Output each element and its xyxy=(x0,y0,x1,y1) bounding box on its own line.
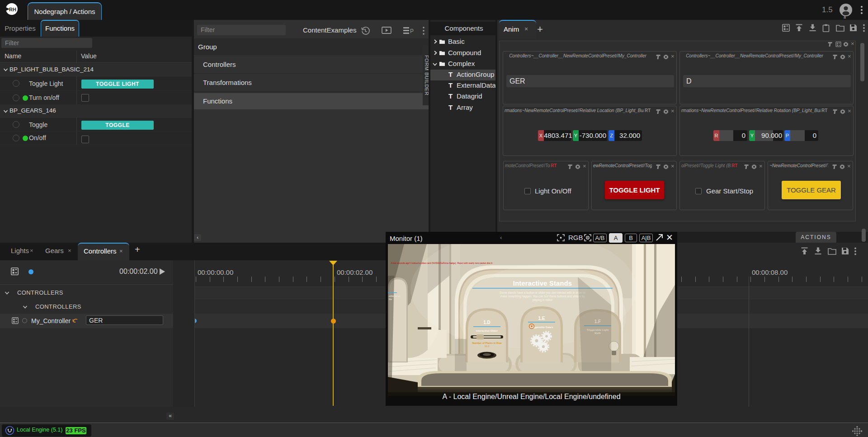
svg-text:1.D: 1.D xyxy=(483,320,491,325)
svg-text:editor to yo: editor to yo xyxy=(389,295,400,297)
svg-text:make something happen. You can: make something happen. You can test thes… xyxy=(500,295,585,298)
svg-text:1.E: 1.E xyxy=(538,316,545,321)
svg-text:Interactive Slider: Interactive Slider xyxy=(476,329,498,332)
svg-text:P: P xyxy=(410,28,414,34)
svg-text:A few seconds ago! I noticed a: A few seconds ago! I noticed a video car… xyxy=(391,262,493,264)
svg-text:RH: RH xyxy=(9,7,16,12)
svg-text:Some stands have a button or s: Some stands have a button or slider you … xyxy=(500,291,586,295)
svg-text:Interactive Stands: Interactive Stands xyxy=(513,280,572,287)
svg-text:playing in editor: playing in editor xyxy=(533,298,552,302)
svg-text:the: the xyxy=(389,298,392,301)
svg-text:Number of Plants in Row: Number of Plants in Row xyxy=(472,342,502,344)
svg-text:31.0: 31.0 xyxy=(485,345,490,348)
